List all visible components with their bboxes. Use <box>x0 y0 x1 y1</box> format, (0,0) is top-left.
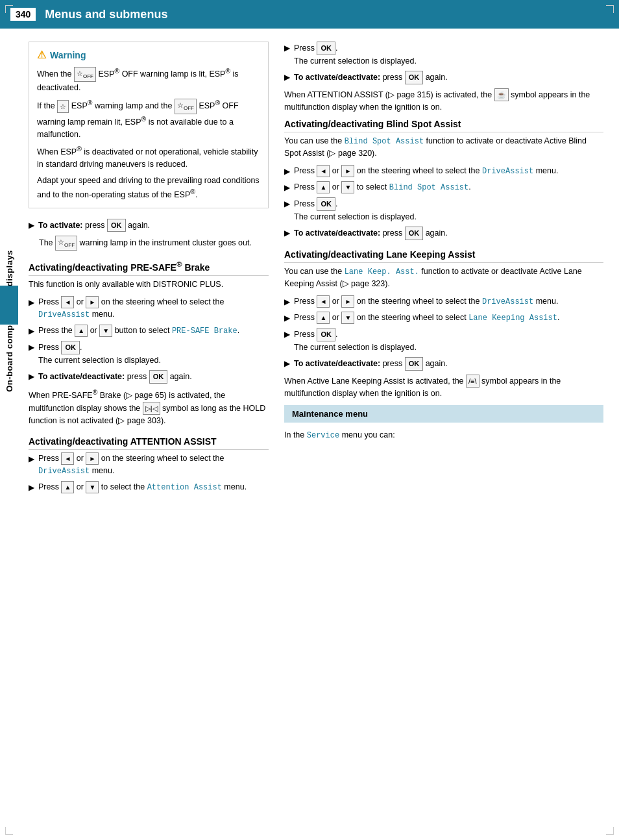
right-arrow-box-b: ► <box>341 165 354 177</box>
presafe-item-3: ▶ Press OK.The current selection is disp… <box>29 341 269 366</box>
warning-label: Warning <box>50 50 86 60</box>
bullet-arrow-l3: ▶ <box>284 328 290 340</box>
attention-text-1: Press ◄ or ► on the steering wheel to se… <box>38 452 269 477</box>
corner-mark-tl <box>5 5 13 13</box>
menu-lane-keeping: Lane Keeping Assist <box>468 314 557 323</box>
lane-item-4: ▶ To activate/deactivate: press OK again… <box>284 357 603 371</box>
left-arrow-box-l: ◄ <box>317 295 330 308</box>
corner-mark-bl <box>5 827 13 835</box>
down-arrow-box-l: ▼ <box>341 312 354 324</box>
esp-off-icon-3: ☆OFF <box>55 236 77 251</box>
blind-item-3: ▶ Press OK.The current selection is disp… <box>284 197 603 223</box>
ok-box-2: OK <box>61 341 80 354</box>
page-header: 340 Menus and submenus <box>0 0 619 29</box>
attention-symbol: ☕ <box>494 88 509 102</box>
menu-blind-spot-2: Blind Spot Assist <box>389 183 468 192</box>
up-arrow-box-b: ▲ <box>317 181 330 193</box>
blind-spot-heading: Activating/deactivating Blind Spot Assis… <box>284 119 603 132</box>
ok-box-l2: OK <box>405 357 424 371</box>
presafe-heading: Activating/deactivating PRE-SAFE® Brake <box>29 260 269 276</box>
warning-icon: ⚠ <box>37 49 46 61</box>
activate-item: ▶ To activate: press OK again. <box>29 219 269 232</box>
blind-text-2: Press ▲ or ▼ to select Blind Spot Assist… <box>294 181 603 193</box>
header-title: Menus and submenus <box>45 8 167 21</box>
warning-para-3: When ESP® is deactivated or not operatio… <box>37 144 260 171</box>
ok-box-1: OK <box>107 219 126 232</box>
bullet-arrow-p2: ▶ <box>29 325 34 337</box>
warning-box: ⚠ Warning When the ☆OFF ESP® OFF warning… <box>29 42 269 208</box>
ok-box-l1: OK <box>317 328 335 341</box>
blind-item-2: ▶ Press ▲ or ▼ to select Blind Spot Assi… <box>284 181 603 193</box>
presafe-followup: When PRE-SAFE® Brake (▷ page 65) is acti… <box>29 388 269 427</box>
esp-off-icon: ☆OFF <box>74 67 96 82</box>
ok-box-b2: OK <box>405 227 424 240</box>
lane-item-3: ▶ Press OK.The current selection is disp… <box>284 328 603 353</box>
maintenance-box: Maintenance menu <box>284 405 603 423</box>
left-column: ⚠ Warning When the ☆OFF ESP® OFF warning… <box>29 42 269 497</box>
menu-attention: Attention Assist <box>147 483 222 492</box>
blind-item-1: ▶ Press ◄ or ► on the steering wheel to … <box>284 165 603 177</box>
presafe-text-2: Press the ▲ or ▼ button to select PRE-SA… <box>38 325 269 337</box>
lane-keeping-intro: You can use the Lane Keep. Asst. functio… <box>284 266 603 290</box>
warning-para-2: If the ☆ ESP® warning lamp and the ☆OFF … <box>37 98 260 140</box>
bullet-arrow-l4: ▶ <box>284 358 290 369</box>
bullet-arrow-r1: ▶ <box>284 42 290 54</box>
bullet-arrow-p3: ▶ <box>29 341 34 353</box>
bullet-arrow-b1: ▶ <box>284 166 290 177</box>
menu-service: Service <box>307 431 339 440</box>
lane-text-1: Press ◄ or ► on the steering wheel to se… <box>294 295 603 308</box>
presafe-text-3: Press OK.The current selection is displa… <box>38 341 269 366</box>
ok-box-3: OK <box>149 370 168 384</box>
up-arrow-box-l: ▲ <box>317 312 330 324</box>
lane-item-2: ▶ Press ▲ or ▼ on the steering wheel to … <box>284 312 603 324</box>
right-column: ▶ Press OK.The current selection is disp… <box>284 42 603 497</box>
left-arrow-box: ◄ <box>61 296 74 308</box>
bullet-arrow-p4: ▶ <box>29 371 34 382</box>
right-text-1: Press OK.The current selection is displa… <box>294 42 603 67</box>
left-arrow-box-b: ◄ <box>317 165 330 177</box>
attention-heading: Activating/deactivating ATTENTION ASSIST <box>29 436 269 450</box>
blind-text-3: Press OK.The current selection is displa… <box>294 197 603 223</box>
right-arrow-box-l: ► <box>341 295 354 308</box>
sidebar-blue-block <box>0 286 18 325</box>
right-item-1: ▶ Press OK.The current selection is disp… <box>284 42 603 67</box>
maintenance-label: Maintenance menu <box>292 409 368 419</box>
lane-item-1: ▶ Press ◄ or ► on the steering wheel to … <box>284 295 603 308</box>
warning-title: ⚠ Warning <box>37 49 260 61</box>
bullet-arrow-b3: ▶ <box>284 198 290 210</box>
hold-icon: ▷|◁ <box>143 402 160 415</box>
lane-followup: When Active Lane Keeping Assist is activ… <box>284 375 603 400</box>
attention-item-1: ▶ Press ◄ or ► on the steering wheel to … <box>29 452 269 477</box>
lane-symbol: /≡\ <box>466 375 479 388</box>
lane-text-2: Press ▲ or ▼ on the steering wheel to se… <box>294 312 603 324</box>
right-arrow-box-a: ► <box>86 452 99 465</box>
bullet-arrow-b4: ▶ <box>284 227 290 239</box>
lane-keeping-heading: Activating/deactivating Lane Keeping Ass… <box>284 249 603 263</box>
activate-subtext: The ☆OFF warning lamp in the instrument … <box>39 236 269 251</box>
menu-driveassist-2: DriveAssist <box>38 467 90 476</box>
presafe-item-2: ▶ Press the ▲ or ▼ button to select PRE-… <box>29 325 269 337</box>
menu-driveassist-4: DriveAssist <box>482 297 533 306</box>
menu-driveassist-3: DriveAssist <box>482 167 533 176</box>
main-content: ⚠ Warning When the ☆OFF ESP® OFF warning… <box>18 29 619 510</box>
presafe-item-4: ▶ To activate/deactivate: press OK again… <box>29 370 269 384</box>
down-arrow-box-a: ▼ <box>86 481 99 493</box>
menu-presafe: PRE-SAFE Brake <box>172 327 237 336</box>
down-arrow-box: ▼ <box>99 325 112 337</box>
warning-para-1: When the ☆OFF ESP® OFF warning lamp is l… <box>37 66 260 94</box>
down-arrow-box-b: ▼ <box>341 181 354 193</box>
right-item-2: ▶ To activate/deactivate: press OK again… <box>284 71 603 84</box>
right-text-2: To activate/deactivate: press OK again. <box>294 71 603 84</box>
presafe-text-1: Press ◄ or ► on the steering wheel to se… <box>38 296 269 321</box>
lane-text-4: To activate/deactivate: press OK again. <box>294 357 603 371</box>
attention-item-2: ▶ Press ▲ or ▼ to select the Attention A… <box>29 481 269 493</box>
left-arrow-box-a: ◄ <box>61 452 74 465</box>
activate-text: To activate: press OK again. <box>38 219 269 232</box>
menu-driveassist-1: DriveAssist <box>38 310 90 319</box>
menu-blind-spot: Blind Spot Assist <box>345 137 424 146</box>
bullet-arrow-b2: ▶ <box>284 182 290 193</box>
bullet-arrow-activate: ▶ <box>29 219 34 231</box>
blind-text-1: Press ◄ or ► on the steering wheel to se… <box>294 165 603 177</box>
presafe-text-4: To activate/deactivate: press OK again. <box>38 370 269 384</box>
bullet-arrow-p1: ▶ <box>29 297 34 308</box>
